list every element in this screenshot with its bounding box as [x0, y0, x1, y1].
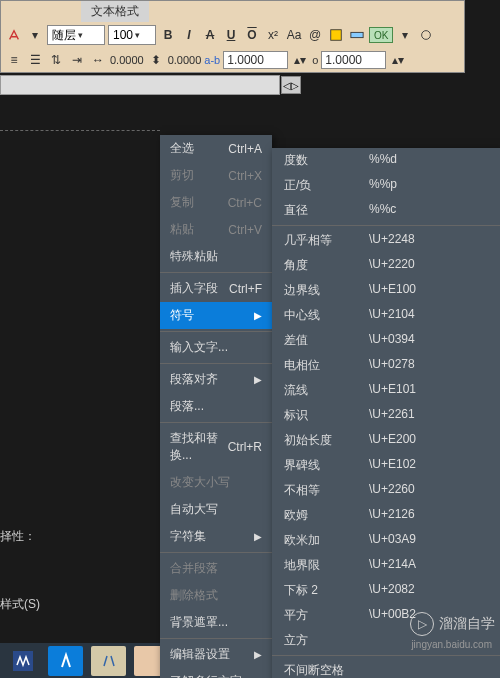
- submenu-label: 流线: [284, 382, 369, 399]
- options-icon[interactable]: [417, 26, 435, 44]
- submenu-item[interactable]: 标识\U+2261: [272, 403, 500, 428]
- symbol-icon[interactable]: @: [306, 26, 324, 44]
- ruler[interactable]: ◁▷: [0, 75, 280, 95]
- more-icon[interactable]: ▾: [396, 26, 414, 44]
- dropdown-arrow-icon[interactable]: ▾: [26, 26, 44, 44]
- submenu-item[interactable]: 初始长度\U+E200: [272, 428, 500, 453]
- menu-item[interactable]: 自动大写: [160, 496, 272, 523]
- underline-button[interactable]: U: [222, 26, 240, 44]
- menu-shortcut: Ctrl+F: [229, 282, 262, 296]
- properties-label: 择性：: [0, 528, 36, 545]
- submenu-item[interactable]: 下标 2\U+2082: [272, 578, 500, 603]
- menu-item[interactable]: 字符集▶: [160, 523, 272, 550]
- superscript-icon[interactable]: x²: [264, 26, 282, 44]
- submenu-item[interactable]: 流线\U+E101: [272, 378, 500, 403]
- menu-item-label: 插入字段: [170, 280, 218, 297]
- submenu-code: \U+E102: [369, 457, 416, 474]
- size-dropdown[interactable]: 100▾: [108, 25, 156, 45]
- bold-button[interactable]: B: [159, 26, 177, 44]
- submenu-item[interactable]: 地界限\U+214A: [272, 553, 500, 578]
- tab-text-format[interactable]: 文本格式: [81, 1, 149, 22]
- ruler-icon[interactable]: [348, 26, 366, 44]
- submenu-label: 中心线: [284, 307, 369, 324]
- submenu-code: %%d: [369, 152, 397, 169]
- kerning-icon[interactable]: ⬍: [147, 51, 165, 69]
- taskbar-app-2[interactable]: [48, 646, 83, 676]
- menu-item[interactable]: 段落对齐▶: [160, 366, 272, 393]
- submenu-item[interactable]: 不间断空格: [272, 658, 500, 678]
- submenu-item[interactable]: 边界线\U+E100: [272, 278, 500, 303]
- italic-button[interactable]: I: [180, 26, 198, 44]
- submenu-code: \U+2082: [369, 582, 415, 599]
- submenu-label: 地界限: [284, 557, 369, 574]
- submenu-item[interactable]: 中心线\U+2104: [272, 303, 500, 328]
- menu-item[interactable]: 插入字段Ctrl+F: [160, 275, 272, 302]
- menu-item-label: 特殊粘贴: [170, 248, 218, 265]
- submenu-label: 差值: [284, 332, 369, 349]
- spacing-icon[interactable]: ⇅: [47, 51, 65, 69]
- submenu-item[interactable]: 不相等\U+2260: [272, 478, 500, 503]
- toolbar-panel: 文本格式 ▾ 随层▾ 100▾ B I A U O x² Aa @ OK ▾ ≡…: [0, 0, 465, 73]
- submenu-label: 几乎相等: [284, 232, 369, 249]
- submenu-code: %%c: [369, 202, 396, 219]
- size-value: 100: [113, 28, 133, 42]
- watermark-text: 溜溜自学: [439, 615, 495, 633]
- submenu-item[interactable]: 界碑线\U+E102: [272, 453, 500, 478]
- submenu-label: 平方: [284, 607, 369, 624]
- svg-rect-3: [13, 651, 33, 671]
- submenu-label: 直径: [284, 202, 369, 219]
- menu-shortcut: Ctrl+R: [228, 440, 262, 454]
- menu-item-label: 改变大小写: [170, 474, 230, 491]
- color-icon[interactable]: [327, 26, 345, 44]
- taskbar-app-3[interactable]: [91, 646, 126, 676]
- width-input[interactable]: [223, 51, 288, 69]
- case-icon[interactable]: Aa: [285, 26, 303, 44]
- submenu-code: \U+0278: [369, 357, 415, 374]
- submenu-code: \U+03A9: [369, 532, 416, 549]
- overline-button[interactable]: O: [243, 26, 261, 44]
- ok-button[interactable]: OK: [369, 27, 393, 43]
- ruler-handle[interactable]: ◁▷: [281, 76, 301, 94]
- submenu-arrow-icon: ▶: [254, 649, 262, 660]
- list-icon[interactable]: ☰: [26, 51, 44, 69]
- submenu-item[interactable]: 差值\U+0394: [272, 328, 500, 353]
- menu-item-label: 自动大写: [170, 501, 218, 518]
- menu-separator: [160, 363, 272, 364]
- submenu-item[interactable]: 几乎相等\U+2248: [272, 228, 500, 253]
- height-input[interactable]: [321, 51, 386, 69]
- submenu-item[interactable]: 度数%%d: [272, 148, 500, 173]
- align-icon[interactable]: ≡: [5, 51, 23, 69]
- menu-item-label: 剪切: [170, 167, 194, 184]
- submenu-item[interactable]: 正/负%%p: [272, 173, 500, 198]
- menu-item[interactable]: 符号▶: [160, 302, 272, 329]
- submenu-item[interactable]: 欧米加\U+03A9: [272, 528, 500, 553]
- submenu-arrow-icon: ▶: [254, 374, 262, 385]
- menu-item[interactable]: 全选Ctrl+A: [160, 135, 272, 162]
- submenu-arrow-icon: ▶: [254, 310, 262, 321]
- menu-item[interactable]: 特殊粘贴: [160, 243, 272, 270]
- menu-item[interactable]: 段落...: [160, 393, 272, 420]
- indent-icon[interactable]: ⇥: [68, 51, 86, 69]
- stepper-2[interactable]: ▴▾: [389, 51, 407, 69]
- submenu-label: 角度: [284, 257, 369, 274]
- submenu-item[interactable]: 欧姆\U+2126: [272, 503, 500, 528]
- menu-item[interactable]: 背景遮罩...: [160, 609, 272, 636]
- menu-item[interactable]: 查找和替换...Ctrl+R: [160, 425, 272, 469]
- font-style-icon[interactable]: [5, 26, 23, 44]
- menu-item[interactable]: 输入文字...: [160, 334, 272, 361]
- toolbar-row-2: ≡ ☰ ⇅ ⇥ ↔ 0.0000 ⬍ 0.0000 a-b ▴▾ o ▴▾: [1, 48, 464, 72]
- menu-item-label: 粘贴: [170, 221, 194, 238]
- stepper-1[interactable]: ▴▾: [291, 51, 309, 69]
- taskbar-app-1[interactable]: [5, 646, 40, 676]
- submenu-item[interactable]: 直径%%c: [272, 198, 500, 223]
- menu-item[interactable]: 了解多行文字▶: [160, 668, 272, 678]
- submenu-item[interactable]: 电相位\U+0278: [272, 353, 500, 378]
- layer-dropdown[interactable]: 随层▾: [47, 25, 105, 45]
- tracking-icon[interactable]: ↔: [89, 51, 107, 69]
- submenu-item[interactable]: 角度\U+2220: [272, 253, 500, 278]
- menu-separator: [160, 552, 272, 553]
- menu-item[interactable]: 编辑器设置▶: [160, 641, 272, 668]
- menu-item-label: 全选: [170, 140, 194, 157]
- menu-separator: [160, 331, 272, 332]
- strike-button[interactable]: A: [201, 26, 219, 44]
